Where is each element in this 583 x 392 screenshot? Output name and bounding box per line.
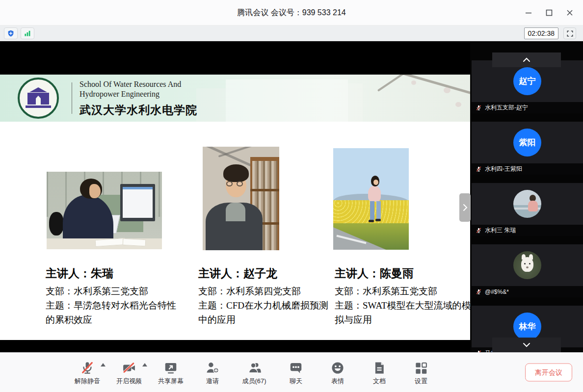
- shield-plus-icon: [7, 29, 15, 37]
- scroll-up-button[interactable]: [492, 52, 561, 67]
- window-title: 腾讯会议 会议号：939 533 214: [0, 0, 583, 26]
- main-area: School Of Water Resources And Hydropower…: [0, 41, 583, 352]
- slide-header-banner: School Of Water Resources And Hydropower…: [0, 75, 470, 122]
- presenter-info-1: 主讲人：朱瑞 支部：水利系第三党支部 主题：旱涝急转对水稻光合特性的累积效应: [46, 266, 182, 327]
- emoji-label: 表情: [331, 377, 344, 386]
- avatar: 林华: [513, 313, 541, 340]
- participant-tile[interactable]: 赵宁 水利五支部-赵宁: [472, 60, 583, 113]
- close-button[interactable]: [559, 0, 580, 26]
- avatar-photo: [513, 251, 541, 279]
- chat-label: 聊天: [290, 377, 302, 386]
- meeting-timer: 02:02:38: [524, 27, 559, 39]
- fullscreen-button[interactable]: [563, 27, 576, 39]
- scroll-down-button[interactable]: [492, 338, 561, 352]
- invite-icon: [205, 361, 220, 375]
- mic-muted-icon: [476, 166, 482, 172]
- presenter-info-3: 主讲人：陈曼雨 支部：水利系第五党支部 主题：SWAT模型在大型流域的模拟与应用: [335, 266, 470, 327]
- share-screen-label: 共享屏幕: [158, 377, 184, 386]
- camera-options-caret[interactable]: [142, 363, 147, 366]
- participant-name: 水利五支部-赵宁: [485, 104, 528, 112]
- school-name-cn: 武汉大学水利水电学院: [80, 103, 197, 118]
- network-quality-button[interactable]: [21, 27, 34, 39]
- participant-name: @#$%&*: [485, 288, 509, 295]
- docs-icon: [372, 361, 387, 375]
- shared-screen-stage: School Of Water Resources And Hydropower…: [0, 41, 470, 352]
- sidebar-expand-handle[interactable]: [459, 193, 471, 222]
- security-shield-button[interactable]: [4, 27, 18, 39]
- avatar-initials: 赵宁: [519, 76, 536, 87]
- participant-name: 水利四-王紫阳: [485, 165, 522, 173]
- participants-sidebar: 赵宁 水利五支部-赵宁 紫阳: [470, 41, 583, 352]
- members-button[interactable]: 成员(67): [239, 357, 269, 389]
- members-icon: [247, 361, 262, 375]
- presenter-info-2: 主讲人：赵子龙 支部：水利系第四党支部 主题：CFD在水力机械磨损预测中的应用: [198, 266, 335, 327]
- meeting-status-bar: 02:02:38: [0, 26, 583, 41]
- avatar-photo: [513, 190, 541, 218]
- presenter-branch-line: 支部：水利系第四党支部: [198, 284, 335, 298]
- mic-muted-icon: [476, 105, 482, 111]
- chevron-right-icon: [462, 203, 468, 212]
- emoji-icon: [330, 361, 345, 375]
- header-divider: [72, 82, 72, 114]
- minimize-icon: [525, 9, 532, 16]
- school-name-en-line2: Hydropower Engineering: [80, 89, 197, 99]
- participant-name: 水利三 朱瑞: [485, 226, 516, 235]
- minimize-button[interactable]: [518, 0, 539, 26]
- invite-button[interactable]: 邀请: [198, 357, 227, 389]
- settings-icon: [414, 361, 428, 375]
- presenter-photo-zhurui: [47, 172, 162, 249]
- presenter-photo-zhaozilong: [203, 147, 279, 250]
- school-name-en-line1: School Of Water Resources And: [80, 79, 197, 89]
- presenter-branch-line: 支部：水利系第五党支部: [335, 284, 470, 298]
- tencent-meeting-window: 腾讯会议 会议号：939 533 214: [0, 0, 583, 392]
- participant-name-bar: 水利三 朱瑞: [472, 225, 583, 236]
- mic-muted-icon: [476, 227, 482, 234]
- presenter-name-line: 主讲人：赵子龙: [198, 266, 335, 281]
- participant-tile[interactable]: @#$%&*: [472, 244, 583, 297]
- participant-tile[interactable]: 水利三 朱瑞: [472, 183, 583, 236]
- members-label: 成员(67): [242, 377, 266, 386]
- university-logo: [18, 78, 59, 119]
- share-screen-icon: [163, 361, 178, 375]
- settings-button[interactable]: 设置: [406, 357, 436, 389]
- docs-label: 文档: [373, 377, 386, 386]
- unmute-button[interactable]: 解除静音: [73, 357, 102, 389]
- presentation-slide: School Of Water Resources And Hydropower…: [0, 75, 470, 340]
- presenter-photo-chenmanyu: [333, 148, 409, 250]
- participant-name-bar: 水利五支部-赵宁: [472, 102, 583, 113]
- participant-name-bar: @#$%&*: [472, 286, 583, 297]
- leave-meeting-button[interactable]: 离开会议: [525, 364, 572, 382]
- participant-tile[interactable]: 紫阳 水利四-王紫阳: [472, 122, 583, 175]
- chevron-up-icon: [522, 57, 531, 63]
- presenter-name-line: 主讲人：朱瑞: [46, 266, 182, 281]
- presenter-topic-line: 主题：CFD在水力机械磨损预测中的应用: [198, 298, 335, 327]
- participant-name-bar: 水利四-王紫阳: [472, 163, 583, 175]
- banner-building-photo: [226, 79, 348, 122]
- emoji-button[interactable]: 表情: [323, 357, 352, 389]
- start-video-button[interactable]: 开启视频: [114, 357, 144, 389]
- fullscreen-icon: [566, 30, 574, 37]
- avatar: 赵宁: [513, 67, 541, 95]
- chat-button[interactable]: 聊天: [281, 357, 311, 389]
- avatar-initials: 林华: [519, 321, 536, 332]
- title-bar: 腾讯会议 会议号：939 533 214: [0, 0, 583, 26]
- presenter-topic-line: 主题：旱涝急转对水稻光合特性的累积效应: [46, 298, 182, 327]
- mic-muted-icon: [476, 288, 482, 295]
- maximize-icon: [546, 9, 553, 16]
- mic-options-caret[interactable]: [101, 363, 106, 366]
- share-screen-button[interactable]: 共享屏幕: [156, 357, 186, 389]
- invite-label: 邀请: [206, 377, 219, 386]
- presenter-topic-line: 主题：SWAT模型在大型流域的模拟与应用: [335, 298, 470, 327]
- network-signal-icon: [24, 29, 31, 37]
- maximize-button[interactable]: [539, 0, 559, 26]
- camera-muted-icon: [121, 361, 137, 375]
- settings-label: 设置: [415, 377, 427, 386]
- avatar-initials: 紫阳: [519, 137, 536, 148]
- mic-muted-icon: [80, 361, 95, 375]
- unmute-label: 解除静音: [75, 377, 100, 386]
- chat-icon: [289, 361, 303, 375]
- avatar: 紫阳: [513, 129, 541, 157]
- presenter-name-line: 主讲人：陈曼雨: [335, 266, 470, 281]
- docs-button[interactable]: 文档: [365, 357, 394, 389]
- meeting-toolbar: 解除静音 开启视频: [0, 352, 583, 392]
